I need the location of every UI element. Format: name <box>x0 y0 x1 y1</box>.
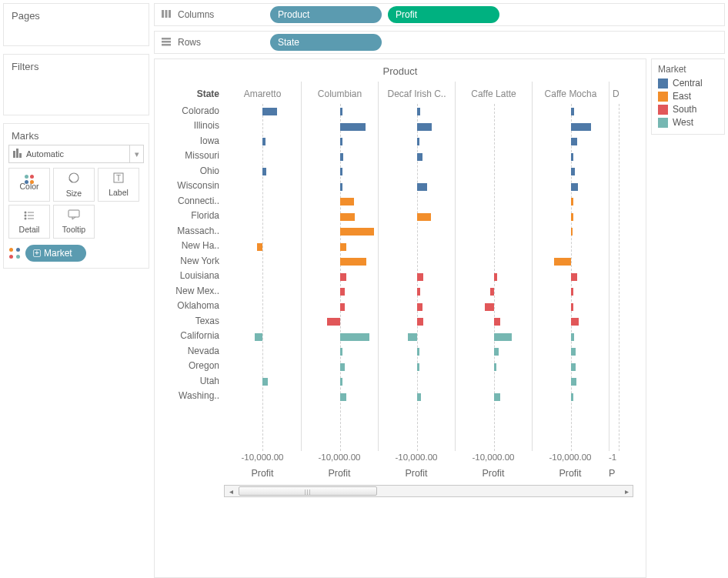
bar-mark[interactable] <box>417 213 431 221</box>
bar-mark[interactable] <box>262 108 277 115</box>
bar-mark[interactable] <box>340 258 366 266</box>
bar-mark[interactable] <box>340 198 354 205</box>
bar-mark[interactable] <box>417 123 432 131</box>
bar-mark[interactable] <box>340 333 369 341</box>
state-row-label[interactable]: New Mex.. <box>155 283 219 299</box>
facet-header[interactable]: Columbian <box>302 82 378 103</box>
facet-header[interactable]: D <box>609 82 624 103</box>
bar-mark[interactable] <box>417 363 419 371</box>
bar-mark[interactable] <box>417 288 420 296</box>
columns-pill-profit[interactable]: Profit <box>388 6 499 23</box>
rows-pill-state[interactable]: State <box>270 34 382 51</box>
scroll-right-arrow[interactable]: ▸ <box>620 487 633 496</box>
bar-mark[interactable] <box>340 183 342 191</box>
state-row-label[interactable]: Massach.. <box>155 223 219 239</box>
scroll-track[interactable] <box>237 486 620 496</box>
scroll-thumb[interactable] <box>239 486 377 496</box>
bar-mark[interactable] <box>571 198 573 205</box>
bar-mark[interactable] <box>571 288 573 296</box>
bar-mark[interactable] <box>571 303 573 311</box>
state-row-label[interactable]: Texas <box>155 313 219 329</box>
state-row-label[interactable]: Missouri <box>155 149 219 164</box>
pages-shelf[interactable]: Pages <box>3 3 149 46</box>
bar-mark[interactable] <box>340 108 342 115</box>
bar-mark[interactable] <box>417 318 423 326</box>
chart-view[interactable]: Product State ColoradoIllinoisIowaMissou… <box>154 58 646 578</box>
columns-shelf[interactable]: Columns Product Profit <box>154 3 725 26</box>
filters-shelf[interactable]: Filters <box>3 54 149 115</box>
legend-item-east[interactable]: East <box>658 91 718 102</box>
state-row-label[interactable]: Utah <box>155 373 219 389</box>
rows-shelf[interactable]: Rows State <box>154 31 725 54</box>
state-row-label[interactable]: Connecti.. <box>155 193 219 209</box>
bar-mark[interactable] <box>571 333 574 341</box>
marks-color-button[interactable]: Color <box>8 168 50 202</box>
state-row-label[interactable]: Wisconsin <box>155 179 219 194</box>
bar-mark[interactable] <box>571 348 576 356</box>
bar-mark[interactable] <box>340 303 345 311</box>
state-row-label[interactable]: Ohio <box>155 163 219 179</box>
bar-mark[interactable] <box>571 378 576 386</box>
bar-mark[interactable] <box>340 168 342 175</box>
bar-mark[interactable] <box>327 318 341 326</box>
bar-mark[interactable] <box>571 393 573 401</box>
facet-header[interactable]: Caffe Mocha <box>533 82 609 103</box>
facet-header[interactable]: Decaf Irish C.. <box>379 82 455 103</box>
bar-mark[interactable] <box>490 288 494 296</box>
state-row-label[interactable]: California <box>155 329 219 344</box>
bar-mark[interactable] <box>571 153 573 161</box>
bar-mark[interactable] <box>494 273 497 281</box>
bar-mark[interactable] <box>340 273 346 281</box>
bar-mark[interactable] <box>340 363 345 371</box>
bar-mark[interactable] <box>417 108 420 115</box>
state-row-label[interactable]: Illinois <box>155 119 219 134</box>
state-row-label[interactable]: Florida <box>155 209 219 224</box>
bar-mark[interactable] <box>571 123 591 131</box>
bar-mark[interactable] <box>340 348 342 356</box>
state-row-label[interactable]: Oklahoma <box>155 299 219 314</box>
bar-mark[interactable] <box>571 228 573 236</box>
bar-mark[interactable] <box>417 138 419 145</box>
bar-mark[interactable] <box>340 288 345 296</box>
facet-header[interactable]: Caffe Latte <box>456 82 532 103</box>
bar-mark[interactable] <box>571 138 577 145</box>
state-row-label[interactable]: Washing.. <box>155 389 219 404</box>
state-row-label[interactable]: Iowa <box>155 133 219 149</box>
legend-item-west[interactable]: West <box>658 117 718 128</box>
color-legend[interactable]: Market CentralEastSouthWest <box>651 58 725 135</box>
facet-header[interactable]: Amaretto <box>224 82 301 103</box>
bar-mark[interactable] <box>340 243 346 251</box>
bar-mark[interactable] <box>417 303 422 311</box>
bar-mark[interactable] <box>417 183 427 191</box>
bar-mark[interactable] <box>494 318 500 326</box>
columns-pill-product[interactable]: Product <box>270 6 382 23</box>
marks-tooltip-button[interactable]: Tooltip <box>53 205 95 239</box>
bar-mark[interactable] <box>571 273 577 281</box>
bar-mark[interactable] <box>417 273 423 281</box>
bar-mark[interactable] <box>417 348 419 356</box>
bar-mark[interactable] <box>494 363 496 371</box>
state-row-label[interactable]: Oregon <box>155 359 219 374</box>
bar-mark[interactable] <box>417 393 421 401</box>
bar-mark[interactable] <box>494 393 500 401</box>
state-row-label[interactable]: New York <box>155 253 219 269</box>
bar-mark[interactable] <box>340 123 366 131</box>
bar-mark[interactable] <box>340 228 374 236</box>
mark-type-dropdown[interactable]: Automatic ▾ <box>8 145 144 163</box>
bar-mark[interactable] <box>571 318 579 326</box>
horizontal-scrollbar[interactable]: ◂ ▸ <box>224 485 633 497</box>
bar-mark[interactable] <box>257 243 262 251</box>
bar-mark[interactable] <box>571 363 576 371</box>
bar-mark[interactable] <box>494 348 499 356</box>
bar-mark[interactable] <box>340 138 342 145</box>
bar-mark[interactable] <box>262 168 266 175</box>
bar-mark[interactable] <box>494 333 512 341</box>
bar-mark[interactable] <box>571 108 574 115</box>
bar-mark[interactable] <box>255 333 262 341</box>
legend-item-south[interactable]: South <box>658 104 718 115</box>
legend-item-central[interactable]: Central <box>658 78 718 89</box>
bar-mark[interactable] <box>571 183 578 191</box>
bar-mark[interactable] <box>417 153 422 161</box>
bar-mark[interactable] <box>554 258 571 266</box>
marks-size-button[interactable]: Size <box>53 168 95 202</box>
